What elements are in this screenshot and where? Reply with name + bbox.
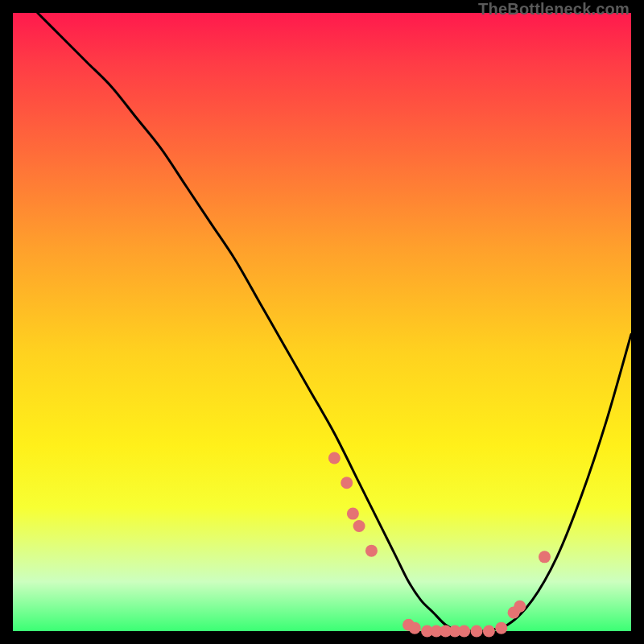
data-marker bbox=[341, 477, 353, 489]
data-marker bbox=[471, 625, 483, 638]
data-marker bbox=[365, 545, 378, 557]
data-marker bbox=[514, 601, 526, 613]
plot-area bbox=[13, 13, 631, 631]
data-marker bbox=[483, 625, 495, 638]
watermark-text: TheBottleneck.com bbox=[478, 0, 630, 19]
data-marker bbox=[409, 622, 421, 634]
data-markers bbox=[328, 452, 551, 637]
data-marker bbox=[458, 625, 470, 638]
chart-svg bbox=[13, 13, 631, 631]
data-marker bbox=[347, 508, 359, 520]
data-marker bbox=[353, 520, 365, 532]
bottleneck-curve bbox=[38, 13, 631, 632]
data-marker bbox=[495, 622, 507, 634]
data-marker bbox=[328, 452, 341, 464]
data-marker bbox=[539, 551, 551, 563]
